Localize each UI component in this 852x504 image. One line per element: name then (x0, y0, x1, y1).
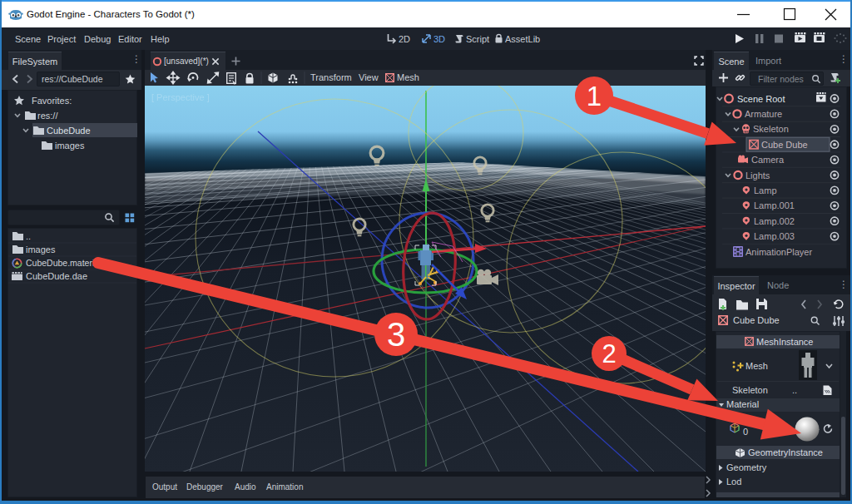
svg-text:2: 2 (602, 339, 616, 368)
svg-text:1: 1 (587, 81, 602, 111)
svg-text:3: 3 (387, 316, 405, 353)
